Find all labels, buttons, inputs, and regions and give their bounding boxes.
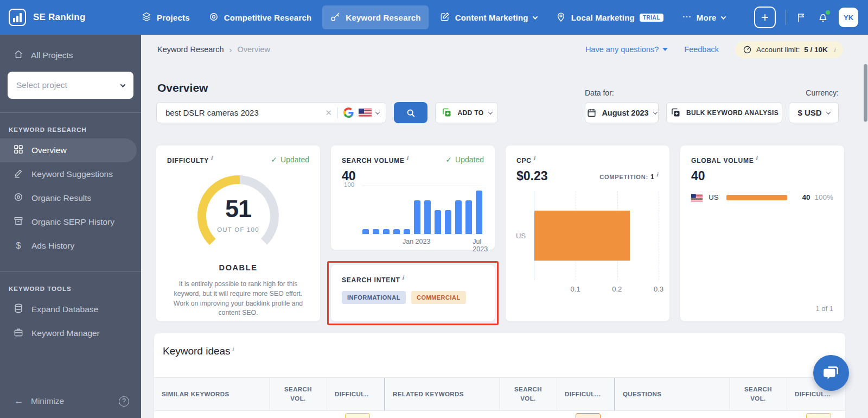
divider <box>0 271 141 272</box>
column-header-related-keywords[interactable]: RELATED KEYWORDS <box>384 378 499 410</box>
dots-icon <box>682 12 692 23</box>
pagination: 1 of 1 <box>815 305 833 313</box>
sidebar-item-organic-results[interactable]: Organic Results <box>0 186 141 210</box>
vertical-scrollbar[interactable] <box>864 64 867 122</box>
column-header-questions[interactable]: QUESTIONS <box>614 378 729 410</box>
project-select[interactable]: Select project <box>8 72 133 99</box>
nav-more[interactable]: More <box>674 5 733 29</box>
search-volume-bar <box>373 229 379 234</box>
add-to-button[interactable]: ADD TO <box>435 102 498 123</box>
clear-icon[interactable]: ✕ <box>325 108 332 118</box>
notifications-bell-icon[interactable] <box>817 11 829 23</box>
info-icon[interactable]: i <box>756 155 758 161</box>
data-for-label: Data for: <box>585 88 614 97</box>
page-title: Overview <box>157 81 208 94</box>
search-button[interactable] <box>394 102 427 123</box>
chevron-down-icon <box>720 14 726 20</box>
info-icon[interactable]: i <box>656 172 659 178</box>
info-icon[interactable]: i <box>533 155 536 161</box>
search-volume-bar <box>393 229 400 234</box>
x-tick-jul: Jul 2023 <box>473 238 488 253</box>
breadcrumb-keyword-research[interactable]: Keyword Research <box>157 45 224 54</box>
trial-badge: TRIAL <box>640 14 663 22</box>
sidebar-item-overview[interactable]: Overview <box>0 138 137 162</box>
info-icon[interactable]: i <box>232 346 234 352</box>
column-header-difficulty[interactable]: DIFFICUL... <box>557 378 614 410</box>
project-select-placeholder: Select project <box>16 80 67 90</box>
info-icon[interactable]: i <box>210 155 213 161</box>
difficulty-verdict: DOABLE <box>167 263 309 272</box>
nav-keyword-research[interactable]: Keyword Research <box>322 5 428 29</box>
column-header-search-vol[interactable]: SEARCH VOL. <box>729 378 787 410</box>
y-axis-max-label: 100 <box>344 181 354 188</box>
se-ranking-logo-icon <box>9 9 26 26</box>
sidebar-item-ads-history[interactable]: $ Ads History <box>0 234 141 258</box>
us-flag-icon <box>359 109 372 117</box>
column-header-search-vol[interactable]: SEARCH VOL. <box>269 378 327 410</box>
google-icon[interactable] <box>343 107 354 118</box>
main-nav: Projects Competitive Research Keyword Re… <box>133 5 733 29</box>
section-title-keyword-research: KEYWORD RESEARCH <box>9 126 141 133</box>
copy-plus-dark-icon <box>670 107 681 118</box>
column-header-search-vol[interactable]: SEARCH VOL. <box>499 378 557 410</box>
currency-selector[interactable]: $ USD <box>789 102 839 123</box>
nav-competitive-research[interactable]: Competitive Research <box>201 5 320 29</box>
chat-widget-button[interactable] <box>813 355 849 391</box>
difficulty-gauge-wrap: 51 OUT OF 100 <box>197 175 279 257</box>
search-volume-bar <box>435 210 441 235</box>
keyword-ideas-panel: Keyword ideasi SIMILAR KEYWORDS SEARCH V… <box>154 333 845 418</box>
info-icon[interactable]: i <box>402 275 405 281</box>
archive-icon <box>13 216 24 229</box>
nav-projects[interactable]: Projects <box>133 5 197 29</box>
have-questions-link[interactable]: Have any questions? <box>585 45 668 54</box>
search-volume-bars <box>362 186 482 234</box>
breadcrumb-separator: › <box>229 45 232 54</box>
keyword-ideas-title: Keyword ideasi <box>154 333 845 357</box>
sidebar-item-keyword-manager[interactable]: Keyword Manager <box>0 321 141 345</box>
sidebar-all-projects[interactable]: All Projects <box>13 49 141 62</box>
grid-icon <box>13 144 24 157</box>
topnav-right: + YK <box>754 7 868 28</box>
map-pin-icon <box>556 11 566 24</box>
cpc-value: $0.23 <box>516 169 548 183</box>
key-icon <box>330 11 341 24</box>
sidebar-item-keyword-suggestions[interactable]: Keyword Suggestions <box>0 162 141 186</box>
competition: COMPETITION:1i <box>599 172 659 181</box>
minimize-button[interactable]: Minimize <box>31 396 64 406</box>
sidebar-item-expand-database[interactable]: Expand Database <box>0 297 141 321</box>
keyword-search-input[interactable] <box>164 107 320 118</box>
chevron-down-icon <box>488 110 492 114</box>
difficulty-card: DIFFICULTYi ✓Updated 51 OUT OF 100 DOABL… <box>156 145 320 321</box>
search-icon <box>405 107 416 118</box>
help-icon[interactable]: ? <box>119 396 129 407</box>
account-limit-pill[interactable]: Account limit: 5 / 10K i <box>735 41 843 58</box>
feedback-link[interactable]: Feedback <box>684 45 719 54</box>
search-volume-bar <box>476 191 482 234</box>
keyword-ideas-header-row: SIMILAR KEYWORDS SEARCH VOL. DIFFICUL.. … <box>154 377 845 411</box>
search-volume-bar <box>465 200 472 234</box>
user-avatar[interactable]: YK <box>839 8 858 27</box>
column-header-difficulty[interactable]: DIFFICUL.. <box>327 378 384 410</box>
x-tick: 0.3 <box>654 285 663 293</box>
flag-icon[interactable] <box>796 12 807 23</box>
chat-bubble-icon <box>822 364 840 382</box>
country-selector[interactable] <box>359 109 379 117</box>
intent-badge-commercial: COMMERCIAL <box>411 291 466 304</box>
chevron-down-icon <box>532 14 538 20</box>
bulk-keyword-analysis-button[interactable]: BULK KEYWORD ANALYSIS <box>666 102 782 123</box>
add-new-button[interactable]: + <box>754 7 776 28</box>
toolbar: ✕ ADD TO Data for: August 2023 BU <box>156 102 845 123</box>
search-volume-bar <box>455 200 462 234</box>
info-icon[interactable]: i <box>406 155 409 161</box>
brand[interactable]: SE Ranking <box>0 9 133 26</box>
global-volume-card: GLOBAL VOLUMEi 40 US 40 100% 1 of 1 <box>680 145 844 321</box>
date-selector[interactable]: August 2023 <box>585 102 659 123</box>
difficulty-badge <box>345 413 370 418</box>
column-header-similar-keywords[interactable]: SIMILAR KEYWORDS <box>154 378 269 410</box>
info-icon[interactable]: i <box>834 47 835 53</box>
nav-content-marketing[interactable]: Content Marketing <box>432 5 545 29</box>
search-volume-card: SEARCH VOLUMEi ✓Updated 40 100 Jan 2023 … <box>331 145 495 250</box>
nav-local-marketing[interactable]: Local Marketing TRIAL <box>548 5 671 29</box>
chevron-down-icon <box>375 110 380 114</box>
sidebar-item-organic-serp-history[interactable]: Organic SERP History <box>0 210 141 234</box>
